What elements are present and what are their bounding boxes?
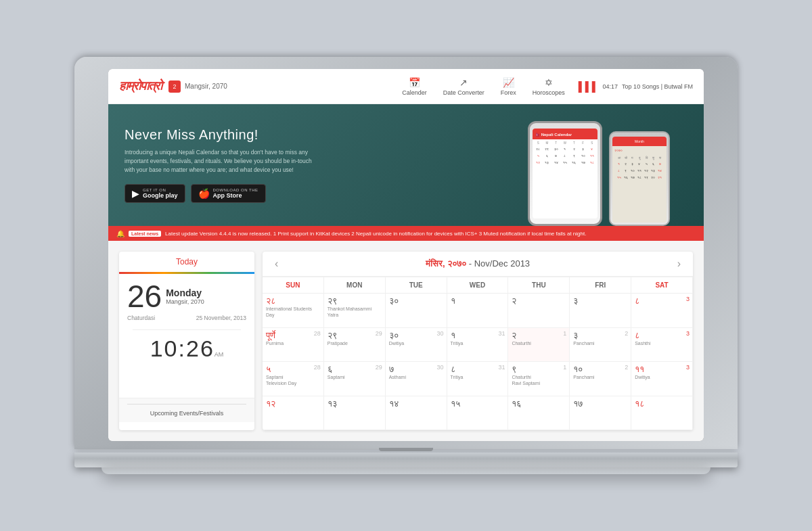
calendar-header: ‹ मंसिर, २०७० - Nov/Dec 2013 ›: [263, 252, 693, 277]
date-badge: 2: [168, 80, 181, 93]
table-row[interactable]: ३०: [386, 294, 447, 327]
table-row[interactable]: २: [508, 294, 570, 327]
google-play-icon: ▶: [132, 188, 139, 199]
table-row[interactable]: 1 २ Chaturthi: [508, 328, 570, 362]
main-content: Today 26 Monday Mangsir, 2070 Chaturdasi…: [108, 241, 704, 441]
table-row[interactable]: १७: [570, 396, 631, 430]
hero-buttons: ▶ GET IT ON Google play 🍎 Download on th…: [125, 184, 687, 203]
table-row[interactable]: 3 ८: [631, 294, 693, 327]
table-row[interactable]: 31 ८ Tritiya: [447, 362, 509, 396]
table-row[interactable]: २९ Thankot Mahasammi Yatra: [324, 294, 386, 327]
app-store-text: Download on the App Store: [213, 188, 258, 199]
horoscope-icon: ✡: [545, 77, 553, 88]
cal-header-sat: SAT: [631, 277, 693, 294]
today-time-row: 10:26 AM: [142, 336, 232, 362]
radio-time: 04:17: [603, 83, 618, 90]
forex-icon: 📈: [503, 77, 514, 88]
table-row[interactable]: 3 ११ Dwitiya: [631, 362, 693, 396]
site-logo[interactable]: हाम्रोपात्रो: [119, 79, 162, 93]
calendar-title-nepali: मंसिर, २०७०: [426, 258, 466, 269]
hero-content: Never Miss Anything! Introducing a uniqu…: [125, 127, 687, 202]
calendar-panel: ‹ मंसिर, २०७० - Nov/Dec 2013 › SUN MON T…: [263, 252, 693, 430]
nav-converter[interactable]: ↗ Date Converter: [443, 77, 484, 96]
table-row[interactable]: १५: [447, 396, 509, 430]
table-row[interactable]: 1 ९ ChaturthiRavi Saptami: [508, 362, 570, 396]
nav-calendar[interactable]: 📅 Calender: [402, 77, 427, 96]
nav-radio: ▌▌▌ 04:17 Top 10 Songs | Butwal FM: [579, 81, 693, 92]
table-row[interactable]: 30 ३० Dwitiya: [386, 328, 447, 362]
nav-date: Mangsir, 2070: [185, 83, 227, 90]
today-day-name: Monday: [166, 287, 204, 298]
table-row[interactable]: 29 ६ Saptami: [324, 362, 386, 396]
today-upcoming: Upcoming Events/Festivals: [119, 398, 254, 422]
calendar-title: मंसिर, २०७० - Nov/Dec 2013: [426, 258, 530, 269]
laptop: हाम्रोपात्रो 2 Mangsir, 2070 📅 Calender …: [74, 57, 738, 474]
cal-header-thu: THU: [508, 277, 570, 294]
table-row[interactable]: १३: [324, 396, 386, 430]
hero-description: Introducing a unique Nepali Calendar so …: [125, 148, 314, 174]
cal-header-sun: SUN: [263, 277, 324, 294]
table-row[interactable]: १४: [386, 396, 447, 430]
today-month-year: Mangsir, 2070: [166, 298, 204, 305]
laptop-screen: हाम्रोपात्रो 2 Mangsir, 2070 📅 Calender …: [108, 69, 704, 441]
bars-icon: ▌▌▌: [579, 81, 599, 92]
table-row[interactable]: १८: [631, 396, 693, 430]
today-date-en: 25 November, 2013: [196, 315, 246, 321]
table-row[interactable]: २८ International Students Day: [263, 294, 324, 327]
radio-label: Top 10 Songs | Butwal FM: [622, 83, 693, 90]
table-row[interactable]: 29 २९ Pratipade: [324, 328, 386, 362]
table-row[interactable]: १२: [263, 396, 324, 430]
news-label: Latest news: [129, 231, 161, 237]
table-row[interactable]: 28 ५ SaptamiTelevision Day: [263, 362, 324, 396]
nav-forex[interactable]: 📈 Forex: [501, 77, 516, 96]
table-row[interactable]: 2 १० Panchami: [570, 362, 631, 396]
calendar-title-en: - Nov/Dec 2013: [469, 258, 530, 269]
calendar-prev-button[interactable]: ‹: [269, 255, 284, 273]
laptop-base: [74, 453, 738, 467]
cal-header-tue: TUE: [386, 277, 447, 294]
hero-title: Never Miss Anything!: [125, 127, 687, 143]
news-bell-icon: 🔔: [116, 230, 125, 237]
table-row[interactable]: १६: [508, 396, 570, 430]
table-row[interactable]: १: [447, 294, 509, 327]
cal-header-mon: MON: [324, 277, 386, 294]
app-store-label: App Store: [213, 192, 258, 199]
today-detail-row: Chaturdasi 25 November, 2013: [119, 315, 254, 321]
screen-bezel: हाम्रोपात्रो 2 Mangsir, 2070 📅 Calender …: [74, 57, 738, 449]
today-divider: [133, 329, 241, 330]
navbar: हाम्रोपात्रो 2 Mangsir, 2070 📅 Calender …: [108, 69, 704, 104]
table-row[interactable]: 30 ७ Asthami: [386, 362, 447, 396]
google-play-button[interactable]: ▶ GET IT ON Google play: [125, 184, 185, 203]
calendar-grid: SUN MON TUE WED THU FRI SAT २८ Internati…: [263, 277, 693, 430]
upcoming-label: Upcoming Events/Festivals: [150, 410, 224, 417]
app-store-button[interactable]: 🍎 Download on the App Store: [191, 184, 266, 203]
laptop-bottom: [102, 467, 710, 474]
table-row[interactable]: ३: [570, 294, 631, 327]
today-header: Today: [119, 252, 254, 274]
table-row[interactable]: 31 १ Tritiya: [447, 328, 509, 362]
website-content: हाम्रोपात्रो 2 Mangsir, 2070 📅 Calender …: [108, 69, 704, 441]
nav-items: 📅 Calender ↗ Date Converter 📈 Forex: [402, 77, 565, 96]
table-row[interactable]: 3 ८ Sashthi: [631, 328, 693, 362]
today-day-info: Monday Mangsir, 2070: [166, 287, 204, 305]
laptop-notch: [379, 448, 433, 451]
nav-calendar-label: Calender: [402, 89, 427, 96]
today-ampm: AM: [215, 351, 224, 358]
cal-header-wed: WED: [447, 277, 509, 294]
apple-icon: 🍎: [198, 188, 210, 199]
table-row[interactable]: 28 पूर्णे Purnima: [263, 328, 324, 362]
today-time: 10:26: [150, 336, 215, 362]
today-festival: Chaturdasi: [127, 315, 155, 321]
today-date-row: 26 Monday Mangsir, 2070: [119, 281, 254, 312]
nav-forex-label: Forex: [501, 89, 516, 96]
cal-header-fri: FRI: [570, 277, 631, 294]
converter-icon: ↗: [459, 77, 468, 88]
nav-horoscope-label: Horoscopes: [533, 89, 565, 96]
nav-horoscopes[interactable]: ✡ Horoscopes: [533, 77, 565, 96]
table-row[interactable]: 2 ३ Panchami: [570, 328, 631, 362]
news-ticker: 🔔 Latest news Latest update Version 4.4.…: [108, 226, 704, 241]
calendar-icon: 📅: [409, 77, 420, 88]
today-day-number: 26: [127, 281, 162, 312]
calendar-next-button[interactable]: ›: [672, 255, 686, 273]
google-play-text: GET IT ON Google play: [143, 188, 178, 199]
